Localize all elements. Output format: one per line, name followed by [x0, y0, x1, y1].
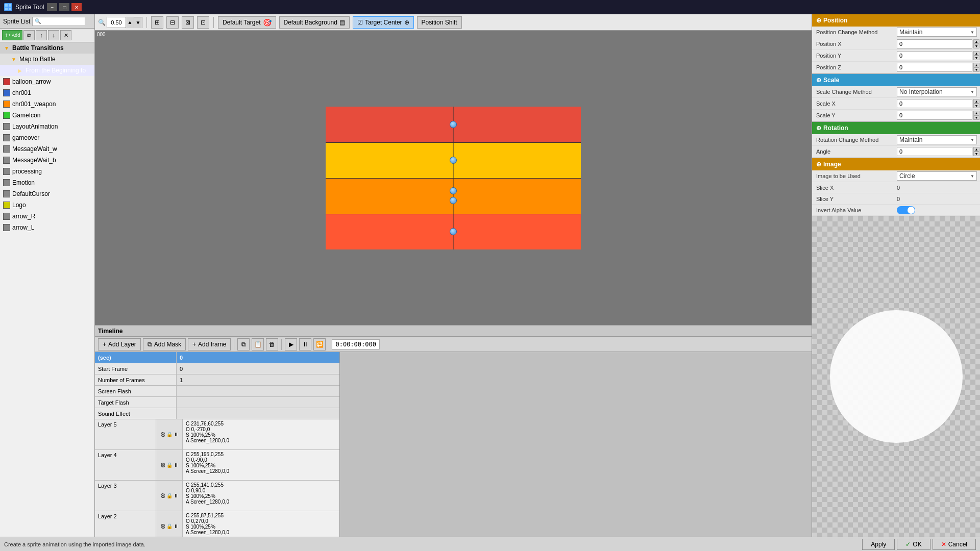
add-layer-button[interactable]: + Add Layer [98, 338, 141, 350]
target-center-button[interactable]: ☑ Target Center ⊕ [353, 16, 414, 29]
sprite-item-arrow-l[interactable]: arrow_L [0, 222, 94, 233]
add-sprite-button[interactable]: + + Add [2, 30, 22, 40]
handle-3[interactable] [450, 187, 457, 194]
tl-num-frames-value[interactable]: 1 [177, 374, 339, 385]
sprite-item-processing[interactable]: processing [0, 166, 94, 177]
tl-loop-button[interactable]: 🔁 [313, 338, 326, 350]
sprite-item-logo[interactable]: Logo [0, 199, 94, 211]
rcm-value[interactable]: Maintain ▼ [894, 134, 980, 145]
position-shift-button[interactable]: Position Shift [417, 16, 462, 29]
pause-icon[interactable]: ⏸ [174, 462, 179, 468]
cancel-button[interactable]: ✕ Cancel [933, 539, 976, 550]
zoom-control[interactable]: 0.50 ▲ ▼ [107, 17, 142, 28]
angle-down[interactable]: ▼ [973, 152, 979, 156]
pause-icon[interactable]: ⏸ [174, 523, 179, 529]
px-up[interactable]: ▲ [973, 39, 979, 44]
lock-icon[interactable]: 🔒 [166, 462, 173, 468]
zoom-up-button[interactable]: ▲ [126, 17, 134, 28]
ok-button[interactable]: ✓ OK [897, 539, 930, 550]
sx-down[interactable]: ▼ [973, 104, 979, 108]
link-icon[interactable]: ⛓ [160, 432, 165, 437]
sprite-item-chr001-weapon[interactable]: chr001_weapon [0, 98, 94, 110]
sprite-item-defaultcursor[interactable]: DefaultCursor [0, 188, 94, 199]
default-target-button[interactable]: Default Target 🎯 [218, 16, 276, 29]
search-box[interactable]: 🔍 [32, 17, 85, 26]
scm-select[interactable]: No Interpolation ▼ [897, 87, 977, 96]
px-down[interactable]: ▼ [973, 44, 979, 48]
tl-target-flash-value[interactable] [177, 397, 339, 408]
tl-screen-flash-value[interactable] [177, 386, 339, 396]
sprite-item-layout-animation[interactable]: LayoutAnimation [0, 121, 94, 132]
px-stepper[interactable]: ▲ ▼ [973, 39, 979, 48]
layer-3-icons[interactable]: ⛓ 🔒 ⏸ [156, 481, 183, 511]
tl-stop-button[interactable]: ⏸ [299, 338, 311, 350]
duplicate-button[interactable]: ⧉ [23, 30, 35, 40]
sprite-item-emotion[interactable]: Emotion [0, 177, 94, 188]
pz-value[interactable]: ▲ ▼ [894, 62, 980, 73]
sprite-item-chr001[interactable]: chr001 [0, 87, 94, 98]
pause-icon[interactable]: ⏸ [174, 432, 179, 437]
lock-icon[interactable]: 🔒 [166, 432, 173, 437]
scm-value[interactable]: No Interpolation ▼ [894, 86, 980, 97]
snap-button[interactable]: ⊠ [182, 16, 194, 29]
apply-button[interactable]: Apply [862, 539, 895, 550]
px-value[interactable]: ▲ ▼ [894, 38, 980, 49]
sprite-item-map-to-battle[interactable]: ▼ Map to Battle [0, 54, 94, 65]
pcm-select[interactable]: Maintain ▼ [897, 28, 977, 37]
rcm-select[interactable]: Maintain ▼ [897, 135, 977, 144]
py-down[interactable]: ▼ [973, 56, 979, 60]
slicey-value[interactable]: 0 [894, 195, 980, 203]
tl-play-button[interactable]: ▶ [285, 338, 297, 350]
iu-value[interactable]: Circle ▼ [894, 170, 980, 182]
sprite-item-from-beginning[interactable]: ▶ From the Beginning to [0, 65, 94, 76]
delete-button[interactable]: ✕ [60, 30, 71, 40]
import-button[interactable]: ↓ [48, 30, 59, 40]
sy-up[interactable]: ▲ [973, 111, 979, 115]
center-button[interactable]: ⊡ [197, 16, 209, 29]
tl-start-frame-value[interactable]: 0 [177, 363, 339, 374]
slicex-value[interactable]: 0 [894, 184, 980, 192]
iu-select[interactable]: Circle ▼ [897, 171, 977, 181]
py-up[interactable]: ▲ [973, 51, 979, 56]
angle-stepper[interactable]: ▲ ▼ [973, 147, 979, 156]
handle-5[interactable] [450, 228, 457, 235]
sy-down[interactable]: ▼ [973, 115, 979, 120]
py-input[interactable] [897, 51, 972, 60]
sprite-item-gameicon[interactable]: GameIcon [0, 110, 94, 121]
sprite-item-arrow-r[interactable]: arrow_R [0, 211, 94, 222]
pz-down[interactable]: ▼ [973, 67, 979, 72]
pause-icon[interactable]: ⏸ [174, 493, 179, 498]
tl-delete-button[interactable]: 🗑 [266, 338, 278, 350]
maximize-button[interactable]: □ [59, 3, 69, 11]
tl-sec-value[interactable]: 0 [177, 352, 339, 363]
ia-value[interactable] [894, 205, 980, 215]
layer-2-icons[interactable]: ⛓ 🔒 ⏸ [156, 511, 183, 537]
link-icon[interactable]: ⛓ [160, 493, 165, 498]
tl-paste-button[interactable]: 📋 [252, 338, 264, 350]
sy-input[interactable] [897, 111, 972, 120]
canvas-area[interactable]: 000 [95, 31, 812, 325]
fit-button[interactable]: ⊞ [151, 16, 163, 29]
sy-value[interactable]: ▲ ▼ [894, 110, 980, 121]
add-mask-button[interactable]: ⧉ Add Mask [143, 338, 186, 350]
handle-4[interactable] [450, 197, 457, 204]
default-background-button[interactable]: Default Background ▤ [279, 16, 350, 29]
layer-4-icons[interactable]: ⛓ 🔒 ⏸ [156, 450, 183, 480]
angle-value[interactable]: ▲ ▼ [894, 146, 980, 157]
search-input[interactable] [42, 18, 83, 24]
sprite-item-battle-transitions[interactable]: ▼ Battle Transitions [0, 42, 94, 54]
sy-stepper[interactable]: ▲ ▼ [973, 111, 979, 120]
lock-icon[interactable]: 🔒 [166, 523, 173, 529]
sprite-item-messagewait-b[interactable]: MessageWait_b [0, 155, 94, 166]
py-value[interactable]: ▲ ▼ [894, 50, 980, 61]
sprite-item-gameover[interactable]: gameover [0, 132, 94, 143]
minimize-button[interactable]: − [47, 3, 57, 11]
tl-copy-button[interactable]: ⧉ [237, 338, 250, 350]
layer-5-icons[interactable]: ⛓ 🔒 ⏸ [156, 419, 183, 449]
link-icon[interactable]: ⛓ [160, 523, 165, 529]
pz-stepper[interactable]: ▲ ▼ [973, 63, 979, 72]
py-stepper[interactable]: ▲ ▼ [973, 51, 979, 60]
sprite-item-messagewait-w[interactable]: MessageWait_w [0, 143, 94, 155]
sx-value[interactable]: ▲ ▼ [894, 98, 980, 109]
add-frame-button[interactable]: + Add frame [188, 338, 231, 350]
